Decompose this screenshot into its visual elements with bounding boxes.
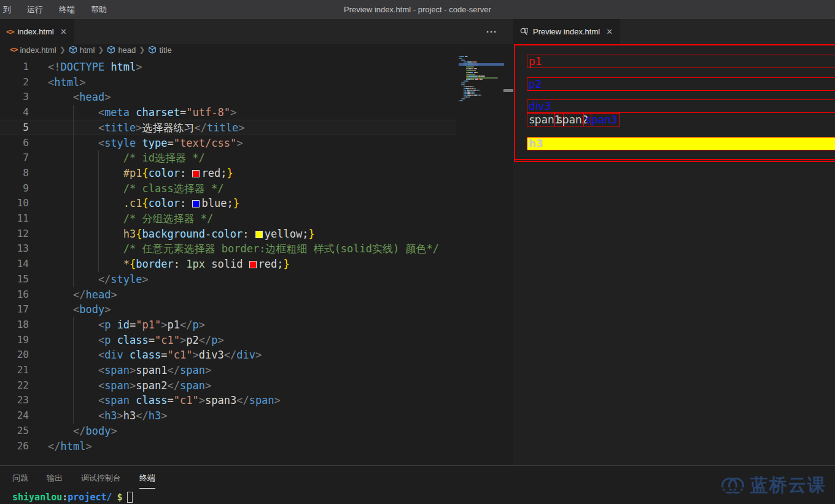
breadcrumb-item-title[interactable]: ❯title [136,45,171,55]
minimap-mark [474,93,475,94]
chevron-right-icon: ❯ [139,45,145,54]
code-line-18[interactable]: 18 <p id="p1">p1</p> [0,317,205,333]
more-actions-icon[interactable]: ··· [486,19,497,44]
panel-tab-输出[interactable]: 输出 [47,473,63,489]
code-line-17[interactable]: 17 <body> [0,302,111,317]
breadcrumb-item-html[interactable]: ❯html [56,45,95,55]
line-number: 7 [0,150,29,166]
tab-index-html[interactable]: <> index.html × [0,19,74,44]
code-line-14[interactable]: 14 *{border: 1px solid red;} [0,257,290,272]
code-line-15[interactable]: 15 </style> [0,272,149,287]
color-swatch-icon[interactable] [255,231,263,238]
line-content: <p class="c1">p2</p> [48,333,224,348]
code-line-9[interactable]: 9 /* class选择器 */ [0,181,223,196]
minimap-mark [464,60,465,61]
code-line-4[interactable]: 4 <meta charset="utf-8"> [0,105,236,120]
minimap-mark [479,90,480,91]
color-swatch-icon[interactable] [192,200,200,207]
minimap-mark [472,79,474,80]
minimap-mark [466,77,498,79]
panel-tab-终端[interactable]: 终端 [139,473,155,489]
html-file-icon: <> [10,45,17,54]
code-server-window: 到运行终端帮助 Preview index.html - project - c… [0,0,835,504]
breadcrumb-item-head[interactable]: ❯head [95,45,136,55]
panel-tab-bar: 问题输出调试控制台终端 [12,473,174,489]
line-content: <style type="text/css"> [48,136,243,151]
minimap-mark [474,91,475,93]
watermark-text: 蓝桥云课 [750,473,826,498]
code-line-25[interactable]: 25 </body> [0,424,117,439]
terminal-cursor [127,492,133,503]
minimap-mark [464,90,466,91]
code-line-26[interactable]: 26</html> [0,439,92,454]
breadcrumb-item-index.html[interactable]: <>index.html [10,45,56,55]
code-line-7[interactable]: 7 /* id选择器 */ [0,150,205,166]
terminal-prompt[interactable]: shiyanlou:project/$ [12,492,133,503]
line-content: <title>选择器练习</title> [48,120,244,136]
tab-label: Preview index.html [533,27,600,36]
minimap-mark [476,68,477,69]
line-number: 17 [0,302,29,317]
minimap-mark [477,72,478,73]
code-line-10[interactable]: 10 .c1{color: blue;} [0,196,239,211]
color-swatch-icon[interactable] [192,170,200,177]
minimap-mark [468,76,478,77]
panel-tab-问题[interactable]: 问题 [12,473,28,489]
code-line-6[interactable]: 6 <style type="text/css"> [0,136,243,151]
line-number: 15 [0,272,29,287]
menu-bar: 到运行终端帮助 [3,0,115,19]
code-line-22[interactable]: 22 <span>span2</span> [0,378,211,394]
line-number: 5 [0,120,29,136]
color-swatch-icon[interactable] [249,261,257,268]
close-icon[interactable]: × [605,26,614,37]
preview-tab-bar: Preview index.html × [513,19,835,44]
minimap-mark [482,79,483,80]
line-content: /* 分组选择器 */ [48,211,213,227]
code-line-2[interactable]: 2<html> [0,75,85,90]
tab-label: index.html [17,27,53,36]
line-content: <!DOCTYPE html> [48,60,142,75]
line-number: 22 [0,378,29,394]
code-line-11[interactable]: 11 /* 分组选择器 */ [0,211,213,227]
line-number: 26 [0,439,29,454]
code-line-5[interactable]: 5 <title>选择器练习</title> [0,120,244,136]
symbol-cube-icon [107,45,118,54]
code-line-1[interactable]: 1<!DOCTYPE html> [0,60,142,75]
code-line-21[interactable]: 21 <span>span1</span> [0,363,211,378]
code-line-23[interactable]: 23 <span class="c1">span3</span> [0,393,281,408]
terminal-user: shiyanlou [12,492,62,503]
minimap-mark [473,86,474,87]
code-line-16[interactable]: 16 </head> [0,287,117,303]
line-content: #p1{color: red;} [48,166,233,181]
panel-tab-调试控制台[interactable]: 调试控制台 [81,473,121,489]
code-line-20[interactable]: 20 <div class="c1">div3</div> [0,347,262,363]
line-number: 11 [0,211,29,227]
minimap-mark [465,98,465,99]
minimap-current-line [459,63,504,66]
code-line-3[interactable]: 3 <head> [0,90,111,105]
line-content: </body> [48,424,117,439]
terminal-dollar: $ [117,492,123,503]
code-line-12[interactable]: 12 h3{background-color: yellow;} [0,227,315,242]
title-bar: 到运行终端帮助 Preview index.html - project - c… [0,0,835,19]
line-content: /* id选择器 */ [48,150,205,166]
code-line-13[interactable]: 13 /* 任意元素选择器 border:边框粗细 样式(solid实线) 颜色… [0,241,439,257]
minimap-mark [484,76,485,77]
close-icon[interactable]: × [59,26,68,37]
code-line-8[interactable]: 8 #p1{color: red;} [0,166,233,181]
minimap-mark [476,61,477,63]
menu-帮助[interactable]: 帮助 [83,0,115,19]
minimap-mark [460,56,464,57]
code-line-19[interactable]: 19 <p class="c1">p2</p> [0,333,224,348]
line-content: <body> [48,302,111,317]
preview-body-border [515,159,835,160]
minimap-mark [465,82,465,83]
menu-终端[interactable]: 终端 [51,0,83,19]
tab-preview-index-html[interactable]: Preview index.html × [513,19,620,44]
code-editor[interactable]: 1<!DOCTYPE html>2<html>3 <head>4 <meta c… [0,55,513,465]
preview-p1: p1 [527,55,835,68]
code-line-24[interactable]: 24 <h3>h3</h3> [0,408,168,424]
menu-运行[interactable]: 运行 [19,0,51,19]
window-title: Preview index.html - project - code-serv… [0,5,835,14]
menu-到[interactable]: 到 [3,0,19,19]
